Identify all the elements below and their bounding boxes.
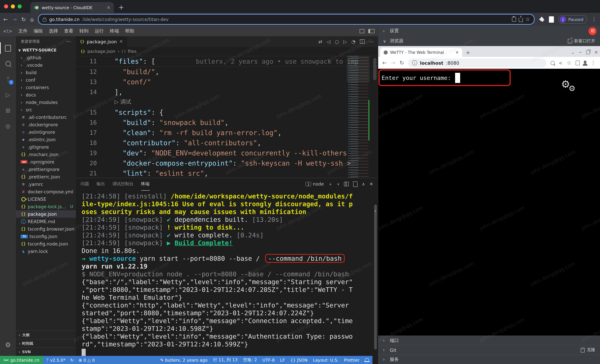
- mini-reload-icon[interactable]: ↻: [400, 60, 404, 66]
- tree-item-docker-compose.yml[interactable]: ≋docker-compose.yml: [16, 188, 76, 195]
- minimize-window-button[interactable]: [11, 4, 15, 9]
- fullscreen-icon[interactable]: [360, 29, 364, 33]
- menu-item-文件[interactable]: 文件: [15, 28, 31, 34]
- tree-item-.prettierrc.json[interactable]: {}.prettierrc.json: [16, 173, 76, 180]
- tree-item-.yarnrc[interactable]: ≡.yarnrc: [16, 180, 76, 188]
- split-terminal-icon[interactable]: [344, 182, 349, 186]
- zoom-icon[interactable]: [551, 61, 555, 65]
- maximize-panel-icon[interactable]: ∧: [362, 181, 365, 187]
- tree-item-.all-contributorsrc[interactable]: ≡.all-contributorsrc: [16, 113, 76, 121]
- tree-item-package.json[interactable]: {}package.json: [16, 210, 76, 218]
- browser-tab[interactable]: wetty-source - CloudIDE ✕: [30, 2, 114, 13]
- mini-forward-icon[interactable]: →: [391, 60, 395, 66]
- info-icon[interactable]: i: [412, 60, 417, 65]
- mini-dropdown-icon[interactable]: ⌄: [571, 50, 575, 55]
- breadcrumb-file[interactable]: package.json: [87, 49, 115, 54]
- notifications-bell-icon[interactable]: [365, 358, 369, 361]
- side-panel-toggle-icon[interactable]: [549, 16, 554, 22]
- run-debug-icon[interactable]: ▷: [0, 87, 16, 103]
- breadcrumb[interactable]: {} package.json › [ ] files: [76, 47, 378, 56]
- terminal-dropdown-icon[interactable]: ∨: [337, 182, 340, 186]
- tree-item-node_modules[interactable]: ›node_modules: [16, 99, 76, 106]
- section-browser[interactable]: ∨ 浏览器 新窗口打开: [378, 36, 600, 46]
- forward-icon[interactable]: →: [12, 16, 17, 22]
- tree-item-containers[interactable]: ›containers: [16, 84, 76, 91]
- tree-item-.vscode[interactable]: ›.vscode: [16, 61, 76, 69]
- address-bar[interactable]: go.titanide.cn /ide/web/coding/wetty-sou…: [38, 14, 535, 25]
- new-terminal-icon[interactable]: ＋: [328, 181, 333, 187]
- minimap[interactable]: [347, 56, 370, 177]
- tree-item-.dockerignore[interactable]: ≋.dockerignore: [16, 121, 76, 128]
- explorer-activity-icon[interactable]: [0, 40, 16, 56]
- section-ports[interactable]: › 端口: [378, 336, 600, 345]
- wetty-terminal[interactable]: Enter your username: ⚙⚙: [378, 69, 600, 336]
- tree-item-yarn.lock[interactable]: ♞yarn.lock: [16, 248, 76, 255]
- menu-item-转到[interactable]: 转到: [76, 28, 92, 34]
- menu-item-运行[interactable]: 运行: [92, 28, 107, 34]
- panel-tab-调试控制台[interactable]: 调试控制台: [112, 178, 134, 190]
- remote-indicator[interactable]: >< go.titanide.cn: [0, 356, 43, 364]
- tree-item-README.md[interactable]: iREADME.md: [16, 218, 76, 225]
- cursor-position[interactable]: 行 11, 列 13: [213, 357, 237, 363]
- navigate-forward-icon[interactable]: ▷: [343, 39, 347, 44]
- new-tab-button[interactable]: +: [119, 3, 124, 13]
- tree-item-src[interactable]: ›src: [16, 106, 76, 113]
- split-editor-icon[interactable]: [360, 39, 365, 44]
- section-settings[interactable]: › 设置: [378, 26, 600, 36]
- tree-root[interactable]: ∨ WETTY-SOURCE: [16, 47, 76, 54]
- clone-button[interactable]: 克隆: [581, 347, 595, 353]
- problems-indicator[interactable]: ⊗0△0: [79, 357, 95, 363]
- menu-item-编辑[interactable]: 编辑: [31, 28, 46, 34]
- tree-item-docs[interactable]: ›docs: [16, 91, 76, 99]
- more-actions-icon[interactable]: ⋯: [369, 39, 374, 44]
- panel-tab-问题[interactable]: 问题: [81, 178, 89, 190]
- menu-item-终端[interactable]: 终端: [107, 28, 122, 34]
- sidebar-section-时间线[interactable]: ›时间线: [16, 339, 76, 347]
- zoom-window-button[interactable]: [18, 4, 22, 9]
- manage-gear-icon[interactable]: ⚙: [0, 337, 16, 353]
- timeline-icon[interactable]: ◔: [351, 39, 356, 44]
- language-indicator[interactable]: {}JSON: [290, 357, 308, 363]
- mini-bookmark-icon[interactable]: ☆: [567, 60, 572, 66]
- branch-indicator[interactable]: ᛘv2.5.0*: [46, 357, 66, 363]
- mini-profile-icon[interactable]: [584, 60, 586, 63]
- close-window-button[interactable]: [4, 4, 8, 9]
- tree-item-build[interactable]: ›build: [16, 69, 76, 76]
- terminal-expand-icon[interactable]: ›: [374, 208, 377, 214]
- sidebar-section-SVN[interactable]: ›SVN: [16, 347, 76, 356]
- terminal-output[interactable]: › [21:24:58] [esinstall] /home/ide/works…: [76, 190, 378, 356]
- mini-minimize-icon[interactable]: ─: [579, 50, 582, 55]
- sidebar-section-大纲[interactable]: ›大纲: [16, 330, 76, 339]
- close-editor-tab-icon[interactable]: ✕: [119, 39, 123, 44]
- close-tab-icon[interactable]: ✕: [107, 5, 110, 10]
- compare-changes-icon[interactable]: ⇄: [319, 39, 322, 44]
- terminal-shell-select[interactable]: ❭node: [306, 181, 324, 187]
- close-mini-tab-icon[interactable]: ✕: [455, 50, 459, 55]
- search-icon[interactable]: [0, 56, 16, 71]
- tree-item-.prettierignore[interactable]: ◈.prettierignore: [16, 166, 76, 173]
- code-editor[interactable]: 11"files": [butlerx, 2 years ago • use s…: [76, 56, 378, 177]
- blame-indicator[interactable]: ✎butlerx, 2 years ago: [160, 357, 207, 363]
- bookmark-star-icon[interactable]: ☆: [525, 16, 530, 22]
- menu-item-查看[interactable]: 查看: [61, 28, 76, 34]
- tree-item-package-lock.js…[interactable]: {}package-lock.js…U: [16, 203, 76, 210]
- tree-item-.mocharc.json[interactable]: {}.mocharc.json: [16, 151, 76, 158]
- sync-icon[interactable]: ↻: [70, 357, 74, 363]
- menu-item-选择[interactable]: 选择: [46, 28, 61, 34]
- extensions-puzzle-icon[interactable]: [539, 17, 545, 22]
- open-new-window-button[interactable]: 新窗口打开: [568, 38, 595, 44]
- mini-share-icon[interactable]: <: [559, 60, 562, 65]
- close-panel-icon[interactable]: ✕: [369, 181, 373, 187]
- terminal-scrollbar[interactable]: [374, 204, 377, 349]
- tree-item-.gitignore[interactable]: ◈.gitignore: [16, 143, 76, 151]
- kill-terminal-icon[interactable]: [353, 182, 357, 187]
- debug-codelens[interactable]: ▷ 调试: [114, 99, 131, 106]
- menu-item-帮助[interactable]: 帮助: [122, 28, 137, 34]
- section-services[interactable]: › 服务: [378, 355, 600, 364]
- clipboard-icon[interactable]: [512, 17, 516, 22]
- indentation-indicator[interactable]: 空格: 2: [243, 357, 257, 363]
- mini-new-tab-icon[interactable]: +: [466, 49, 470, 56]
- panel-tab-终端[interactable]: 终端: [141, 178, 150, 190]
- tree-item-tsconfig.node.json[interactable]: {}tsconfig.node.json: [16, 240, 76, 248]
- mini-menu-icon[interactable]: ⋮: [591, 60, 596, 66]
